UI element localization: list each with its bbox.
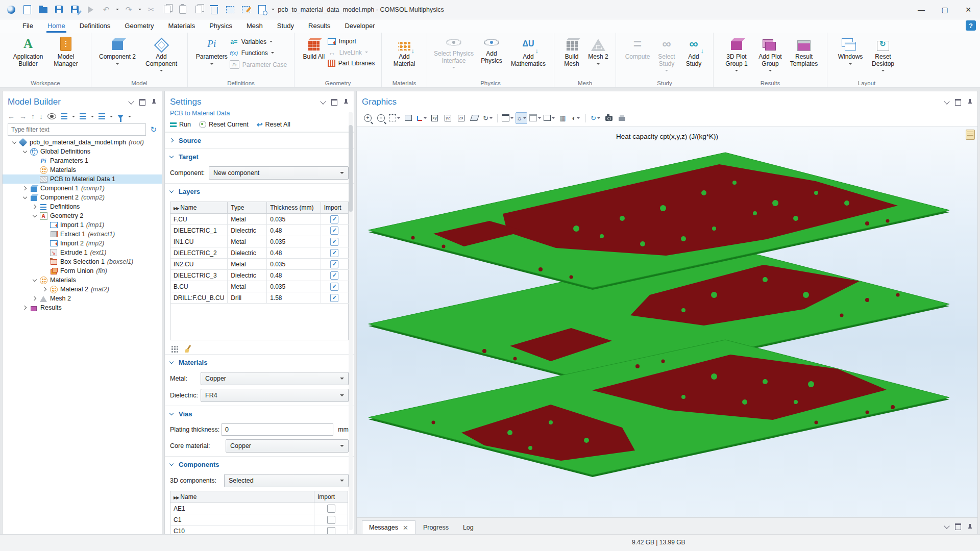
help-icon[interactable]: ? (966, 20, 976, 31)
default-view-icon[interactable] (415, 112, 427, 124)
menu-study[interactable]: Study (270, 19, 301, 33)
tree-item-materials-global[interactable]: Materials (3, 165, 162, 174)
redo-icon[interactable]: ↷ (122, 4, 135, 16)
graphics-canvas[interactable]: Heat capacity cpt(x,y,z) (J/(kg*K)) (357, 126, 977, 517)
menu-physics[interactable]: Physics (202, 19, 239, 33)
tree-item-material-2[interactable]: Material 2(mat2) (3, 285, 162, 294)
tree-item-global-definitions[interactable]: Global Definitions (3, 147, 162, 156)
expander-icon[interactable] (21, 148, 29, 155)
collapse-tree-chevron-icon[interactable] (91, 116, 94, 119)
view-options-icon[interactable] (543, 112, 555, 124)
application-builder-button[interactable]: Application Builder (8, 35, 48, 67)
zoom-extents-icon[interactable] (388, 112, 401, 124)
update-plot-icon[interactable]: ↻ (590, 112, 601, 124)
transparency-icon[interactable] (529, 112, 542, 124)
parameters-button[interactable]: Parameters (195, 35, 229, 66)
maximize-button[interactable]: ▢ (933, 0, 957, 19)
components-col-name[interactable]: ▶▶Name (170, 491, 314, 503)
tree-item-definitions[interactable]: Definitions (3, 202, 162, 211)
expand-tree-chevron-icon[interactable] (72, 116, 75, 119)
core-material-select[interactable]: Copper (226, 439, 349, 453)
panel-menu-chevron-icon[interactable] (128, 98, 134, 104)
open-file-icon[interactable] (37, 4, 49, 16)
tree-item-root[interactable]: pcb_to_material_data_model.mph(root) (3, 138, 162, 147)
layer-row[interactable]: B.CUMetal 0.035✓ (170, 281, 349, 292)
tree-item-box-selection-1[interactable]: Box Selection 1(boxsel1) (3, 257, 162, 266)
model-tree-nodes-chevron-icon[interactable] (110, 116, 113, 119)
close-tab-icon[interactable]: ✕ (403, 524, 408, 532)
save-icon[interactable] (53, 4, 65, 16)
layers-col-import[interactable]: Import (321, 202, 348, 214)
panel-menu-chevron-icon[interactable] (944, 98, 949, 104)
section-source[interactable]: Source (165, 132, 354, 148)
view-yz-icon[interactable]: yz (442, 112, 454, 124)
move-down-icon[interactable]: ↓ (39, 112, 43, 120)
collapse-tree-icon[interactable] (80, 113, 86, 119)
select-physics-interface-button[interactable]: Select Physics Interface (431, 35, 476, 70)
menu-home[interactable]: Home (40, 19, 72, 33)
settings-scrollbar[interactable] (349, 112, 353, 530)
component-select[interactable]: New component (209, 166, 349, 180)
copy-icon[interactable] (161, 4, 173, 16)
expand-tree-icon[interactable] (61, 113, 67, 119)
go-back-icon[interactable]: ← (8, 112, 15, 120)
layer-row[interactable]: IN1.CUMetal 0.035✓ (170, 236, 349, 247)
clear-selection-icon[interactable] (240, 4, 252, 16)
expander-icon[interactable] (21, 194, 29, 201)
tree-item-extrude-1[interactable]: Extrude 1(ext1) (3, 248, 162, 257)
pin-panel-icon[interactable] (344, 99, 349, 105)
add-component-button[interactable]: Add Component (140, 35, 183, 73)
redo-menu-chevron-icon[interactable] (138, 9, 141, 12)
import-checkbox[interactable]: ✓ (330, 294, 338, 302)
import-button[interactable]: Import (328, 38, 356, 45)
expander-icon[interactable] (31, 295, 38, 302)
print-icon[interactable] (616, 112, 628, 124)
section-target[interactable]: Target (165, 148, 354, 165)
tree-item-component-1[interactable]: Component 1(comp1) (3, 184, 162, 193)
import-checkbox[interactable]: ✓ (330, 227, 338, 235)
variables-button[interactable]: Variables (230, 38, 273, 45)
component2-button[interactable]: Component 2 (96, 35, 139, 66)
model-tree-nodes-icon[interactable] (99, 113, 105, 119)
tree-item-import-1[interactable]: Import 1(imp1) (3, 220, 162, 230)
menu-materials[interactable]: Materials (161, 19, 202, 33)
snapshot-camera-icon[interactable] (603, 112, 615, 124)
refresh-icon[interactable]: ↻ (150, 125, 157, 134)
parameter-case-button[interactable]: Parameter Case (230, 60, 287, 69)
livelink-button[interactable]: LiveLink (328, 48, 368, 56)
qat-customize-chevron-icon[interactable] (272, 9, 275, 12)
layer-row[interactable]: DIELECTRIC_1Dielectric 0.48✓ (170, 225, 349, 236)
panel-menu-chevron-icon[interactable] (944, 523, 949, 529)
filter-chevron-icon[interactable] (128, 116, 131, 119)
functions-button[interactable]: Functions (230, 49, 274, 57)
section-materials[interactable]: Materials (165, 354, 354, 370)
tree-item-import-2[interactable]: Import 2(imp2) (3, 239, 162, 248)
add-study-button[interactable]: Add Study (681, 35, 706, 67)
tree-item-parameters-1[interactable]: Parameters 1 (3, 156, 162, 165)
tree-item-extract-1[interactable]: Extract 1(extract1) (3, 230, 162, 239)
layers-col-name[interactable]: ▶▶Name (170, 202, 228, 214)
reset-all-button[interactable]: Reset All (257, 120, 290, 129)
tab-messages[interactable]: Messages ✕ (362, 520, 415, 535)
expander-icon[interactable] (21, 185, 29, 192)
tree-item-component-2[interactable]: Component 2(comp2) (3, 193, 162, 202)
add-plot-group-button[interactable]: Add Plot Group (754, 35, 786, 73)
pin-panel-icon[interactable] (967, 99, 972, 105)
section-layers[interactable]: Layers (165, 183, 354, 199)
mesh2-button[interactable]: Mesh 2 (585, 35, 611, 66)
tab-progress[interactable]: Progress (416, 521, 455, 534)
add-material-button[interactable]: Add Material (387, 35, 421, 67)
menu-developer[interactable]: Developer (337, 19, 382, 33)
menu-file[interactable]: File (15, 19, 40, 33)
layer-row[interactable]: DIELECTRIC_3Dielectric 0.48✓ (170, 270, 349, 281)
cut-icon[interactable]: ✂ (145, 4, 157, 16)
clear-table-icon[interactable] (184, 345, 192, 353)
tree-item-results[interactable]: Results (3, 303, 162, 312)
tree-item-form-union[interactable]: Form Union(fin) (3, 266, 162, 276)
import-checkbox[interactable]: ✓ (330, 283, 338, 291)
tree-filter-input[interactable] (8, 123, 146, 136)
metal-select[interactable]: Copper (201, 372, 349, 385)
find-icon[interactable] (256, 4, 268, 16)
part-libraries-button[interactable]: Part Libraries (328, 60, 375, 67)
expander-icon[interactable] (31, 277, 38, 284)
